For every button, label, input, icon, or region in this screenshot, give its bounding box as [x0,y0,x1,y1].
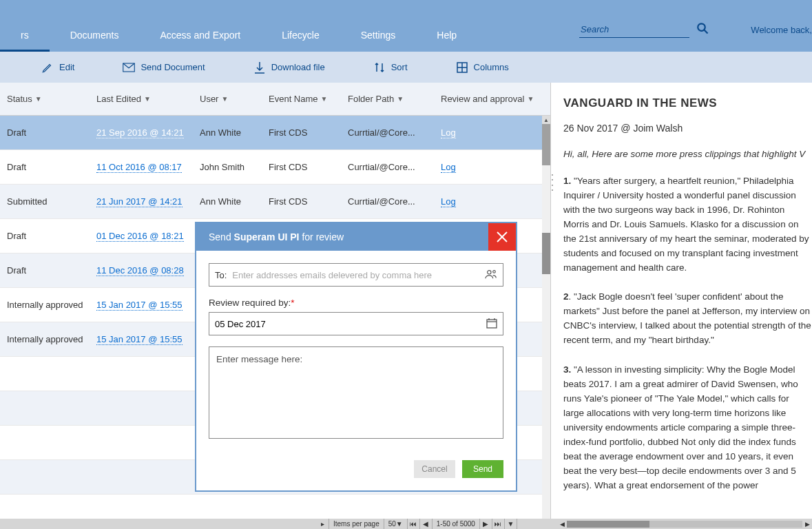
panel-splitter[interactable] [550,172,554,193]
cell-status: Submitted [0,196,96,207]
pager-first-icon[interactable]: ▸ [317,519,329,529]
to-field[interactable]: To: [209,263,503,287]
pager-prev-button[interactable]: ◀ [420,519,433,529]
items-per-page-label: Items per page [329,519,384,529]
send-document-button[interactable]: Send Document [123,61,205,74]
sort-button[interactable]: Sort [373,61,408,74]
pager-first-button[interactable]: ⏮ [408,519,420,529]
scroll-thumb[interactable] [542,233,550,274]
detail-para-3: 3. "A lesson in investing simplicity: Wh… [563,363,812,492]
col-last-edited[interactable]: Last Edited▼ [96,94,200,104]
cell-review[interactable]: Log [434,196,544,207]
pager-last-button[interactable]: ⏭ [492,519,505,529]
col-event-name[interactable]: Event Name▼ [269,94,348,104]
col-folder-path[interactable]: Folder Path▼ [348,94,434,104]
hscroll-thumb[interactable] [567,521,649,528]
caret-down-icon: ▼ [321,95,328,103]
send-document-label: Send Document [140,62,205,72]
envelope-icon [123,61,135,74]
cell-review[interactable]: Log [434,162,544,173]
cell-event: First CDS [269,162,348,172]
to-input[interactable] [232,270,497,280]
search-input[interactable] [579,21,689,38]
cell-status: Internally approved [0,334,96,344]
welcome-text: Welcome back, [751,25,812,35]
tab-help[interactable]: Help [416,20,477,52]
people-icon[interactable] [485,269,497,282]
cell-edited[interactable]: 11 Oct 2016 @ 08:17 [96,162,200,173]
columns-label: Columns [474,62,509,72]
edit-button[interactable]: Edit [41,61,74,74]
svg-point-0 [698,23,705,31]
sort-label: Sort [391,62,408,72]
col-user[interactable]: User▼ [200,94,269,104]
cell-user: John Smith [200,162,269,172]
download-label: Download file [271,62,325,72]
close-icon [496,231,508,243]
detail-title: VANGUARD IN THE NEWS [563,96,812,110]
review-date-field[interactable] [209,312,503,335]
cell-status: Draft [0,265,96,276]
cell-edited[interactable]: 21 Sep 2016 @ 14:21 [96,127,200,138]
page-size-select[interactable]: 50 ▼ [384,519,408,529]
to-label: To: [215,270,227,280]
close-button[interactable] [488,223,516,251]
table-row[interactable]: Submitted21 Jun 2017 @ 14:21Ann WhiteFir… [0,185,550,219]
table-header: Status▼ Last Edited▼ User▼ Event Name▼ F… [0,83,550,116]
top-nav: rs Documents Access and Export Lifecycle… [0,0,812,52]
cell-edited[interactable]: 11 Dec 2016 @ 08:28 [96,265,200,276]
cancel-button[interactable]: Cancel [414,460,455,478]
send-button[interactable]: Send [462,460,503,478]
review-date-label: Review required by:* [209,298,503,308]
detail-para-1: 1. "Years after surgery, a heartfelt reu… [563,174,812,275]
pencil-icon [41,61,54,74]
cell-edited[interactable]: 15 Jan 2017 @ 15:55 [96,300,200,311]
tab-active[interactable]: rs [0,20,50,52]
caret-down-icon: ▼ [144,95,151,103]
horizontal-scrollbar[interactable]: ◀ ▶ [557,519,812,529]
caret-down-icon: ▼ [527,95,534,103]
cell-edited[interactable]: 21 Jun 2017 @ 14:21 [96,196,200,207]
columns-button[interactable]: Columns [456,61,509,74]
vertical-scrollbar[interactable]: ▲ [542,116,550,519]
detail-intro: Hi, all, Here are some more press clippi… [563,149,812,159]
cell-status: Internally approved [0,300,96,310]
table-row[interactable]: Draft21 Sep 2016 @ 14:21Ann WhiteFirst C… [0,116,550,150]
search-icon[interactable] [696,22,709,38]
message-textarea[interactable] [209,346,503,439]
pager-range: 1-50 of 5000 [433,519,480,529]
cell-review[interactable]: Log [434,127,544,138]
svg-rect-10 [487,320,497,328]
scroll-thumb[interactable] [542,124,550,165]
cell-user: Ann White [200,127,269,138]
table-row[interactable]: Draft11 Oct 2016 @ 08:17John SmithFirst … [0,150,550,185]
tab-settings[interactable]: Settings [340,20,417,52]
caret-down-icon: ▼ [221,95,228,103]
tab-lifecycle[interactable]: Lifecycle [261,20,340,52]
svg-point-8 [488,270,491,273]
calendar-icon[interactable] [486,318,497,331]
detail-para-2: 2. "Jack Bogle doesn't feel 'super confi… [563,290,812,348]
cell-status: Draft [0,162,96,172]
cell-event: First CDS [269,127,348,138]
cell-edited[interactable]: 01 Dec 2016 @ 18:21 [96,231,200,242]
pager-next-button[interactable]: ▶ [480,519,492,529]
caret-down-icon: ▼ [397,95,404,103]
cell-folder: Currtial/@Core... [348,127,434,138]
toolbar: Edit Send Document Download file Sort Co… [0,52,812,83]
cell-status: Draft [0,127,96,138]
tab-documents[interactable]: Documents [50,20,140,52]
pager-dropdown[interactable]: ▼ [505,519,517,529]
detail-meta: 26 Nov 2017 @ Joim Walsh [563,123,812,134]
tab-access-export[interactable]: Access and Export [139,20,261,52]
cell-edited[interactable]: 15 Jan 2017 @ 15:55 [96,334,200,345]
scroll-left-icon[interactable]: ◀ [557,521,567,528]
download-button[interactable]: Download file [253,61,325,74]
col-status[interactable]: Status▼ [0,94,96,104]
scroll-right-icon[interactable]: ▶ [802,521,812,528]
review-date-input[interactable] [215,319,497,329]
col-review[interactable]: Review and approval▼ [434,94,544,104]
caret-down-icon: ▼ [35,95,42,103]
cell-folder: Currtial/@Core... [348,196,434,207]
scroll-up-icon[interactable]: ▲ [542,116,550,124]
